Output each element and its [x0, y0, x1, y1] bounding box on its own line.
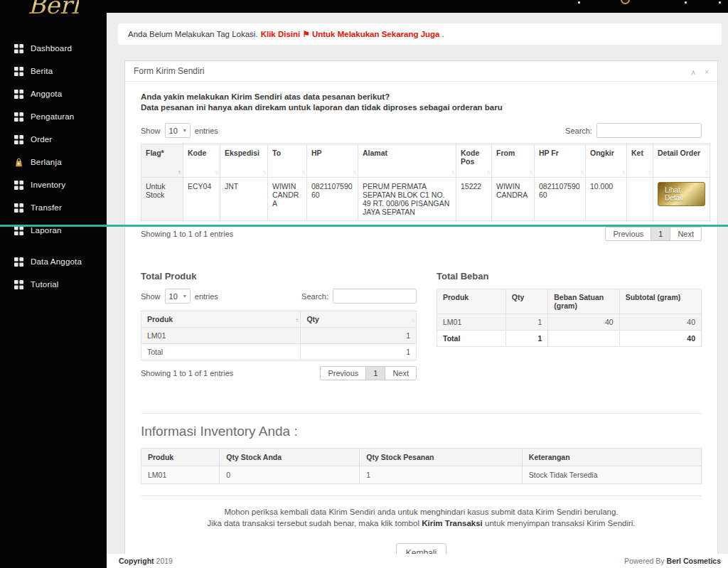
chevron-down-icon: ▾: [183, 293, 186, 299]
cell-from: WIWIN CANDRA: [492, 178, 535, 221]
panel-header: Form Kirim Sendiri ∧ ×: [125, 61, 717, 82]
sidebar-item-inventory[interactable]: Inventory: [0, 173, 107, 196]
col-kode-pos[interactable]: Kode Pos↑↓: [456, 144, 492, 178]
page-length-select[interactable]: 10 ▾: [165, 289, 191, 304]
table-header-row: Produk Qty Stock Anda Qty Stock Pesanan …: [141, 449, 702, 466]
grid-icon: [14, 203, 23, 213]
sort-icon: ↑↓: [353, 169, 355, 176]
sort-asc-icon: ↑↓: [178, 169, 181, 176]
col-produk[interactable]: Produk↑↓: [141, 311, 301, 328]
lihat-detail-button[interactable]: Lihat Detail: [658, 182, 705, 206]
table-footer: Showing 1 to 1 of 1 entries Previous 1 N…: [141, 366, 417, 380]
sort-icon: ↑↓: [580, 169, 583, 176]
total-produk-title: Total Produk: [141, 271, 417, 282]
note-line-1: Mohon periksa kembali data Kirim Sendiri…: [224, 508, 618, 516]
topbar-partial-icon: [685, 1, 687, 4]
progress-line: [0, 225, 728, 227]
col-qty: Qty: [505, 289, 548, 314]
col-kode[interactable]: Kode↑↓: [183, 144, 220, 178]
cell-ekspedisi: JNT: [220, 178, 268, 221]
page-1-button[interactable]: 1: [366, 366, 385, 380]
next-button[interactable]: Next: [385, 366, 417, 380]
sidebar-item-label: Inventory: [31, 181, 65, 189]
previous-button[interactable]: Previous: [605, 227, 651, 241]
confirm-line-1: Anda yakin melakukan Kirim Sendiri atas …: [141, 92, 702, 102]
sidebar-item-data-anggota[interactable]: Data Anggota: [0, 250, 107, 273]
cell-flag: Untuk Stock: [141, 178, 183, 221]
sidebar-nav: Dashboard Berita Anggota Pengaturan Orde…: [0, 37, 107, 296]
sort-icon: ↑↓: [486, 169, 489, 176]
grid-icon: [14, 280, 23, 289]
close-icon[interactable]: ×: [705, 68, 709, 76]
table-row: LM01 1 40 40: [437, 314, 702, 331]
confirm-line-2: Data pesanan ini hanya akan direkam untu…: [141, 102, 702, 113]
col-ongkir[interactable]: Ongkir↑↓: [586, 144, 627, 178]
panel-body: Anda yakin melakukan Kirim Sendiri atas …: [125, 82, 717, 563]
col-flag[interactable]: Flag*↑↓: [141, 144, 183, 178]
page-length-select[interactable]: 10 ▾: [165, 123, 191, 138]
col-qty[interactable]: Qty↑↓: [301, 311, 417, 328]
col-from[interactable]: From↑↓: [492, 144, 535, 178]
page-length-value: 10: [169, 292, 178, 301]
sidebar-item-berlanja[interactable]: Berlanja: [0, 151, 107, 173]
previous-button[interactable]: Previous: [320, 366, 366, 380]
topbar-gold-icon[interactable]: [621, 0, 630, 4]
cell-to: WIWIN CANDRA: [268, 178, 307, 221]
sidebar-item-dashboard[interactable]: Dashboard: [0, 37, 107, 60]
sidebar-item-pengaturan[interactable]: Pengaturan: [0, 105, 107, 128]
cell-produk: LM01: [141, 466, 220, 484]
table-row: Untuk Stock ECY04 JNT WIWIN CANDRA 08211…: [141, 178, 710, 221]
note-line-2-post: untuk menyimpan transaksi Kirim Sendiri.: [483, 519, 636, 527]
sort-asc-icon: ↑↓: [295, 317, 298, 323]
sidebar-item-label: Berlanja: [31, 158, 62, 166]
col-subtotal: Subtotal (gram): [619, 289, 701, 314]
col-hp[interactable]: HP↑↓: [307, 144, 358, 178]
brand-logo: Berl: [0, 0, 107, 18]
total-produk-table: Produk↑↓ Qty↑↓ LM01 1 Total 1: [141, 311, 417, 360]
table-header-row: Flag*↑↓ Kode↑↓ Ekspedisi↑↓ To↑↓ HP↑↓ Ala…: [141, 144, 710, 178]
col-ket[interactable]: Ket↑↓: [627, 144, 653, 178]
search-input[interactable]: [596, 123, 702, 138]
col-detail-order[interactable]: Detail Order↑↓: [653, 144, 710, 178]
table-row-total: Total 1: [141, 344, 417, 360]
sidebar-item-anggota[interactable]: Anggota: [0, 82, 107, 105]
sort-icon: ↑↓: [301, 169, 304, 176]
brand-name: Berl Cosmetics: [667, 557, 721, 565]
sidebar-item-berita[interactable]: Berita: [0, 60, 107, 82]
sidebar-item-order[interactable]: Order: [0, 128, 107, 151]
footer: Copyright2019 Powered ByBerl Cosmetics: [107, 554, 728, 568]
total-produk-controls: Show 10 ▾ entries Search:: [141, 289, 417, 304]
sidebar-item-tutorial[interactable]: Tutorial: [0, 273, 107, 296]
main-content: Anda Belum Melakukan Tag Lokasi.Klik Dis…: [107, 13, 728, 568]
col-alamat[interactable]: Alamat↑↓: [358, 144, 456, 178]
col-hp-fr[interactable]: HP Fr↑↓: [535, 144, 586, 178]
entries-label: entries: [195, 292, 218, 301]
sidebar-item-transfer[interactable]: Transfer: [0, 196, 107, 219]
next-button[interactable]: Next: [670, 227, 702, 241]
inventory-title: Informasi Inventory Anda :: [141, 424, 702, 439]
sidebar-item-laporan[interactable]: Laporan: [0, 219, 107, 242]
grid-icon: [14, 257, 23, 267]
alert-link[interactable]: Klik Disini ⚑ Untuk Melakukan Sekarang J…: [261, 30, 440, 38]
brand-logo-text: Berl: [28, 0, 79, 17]
topbar: [107, 0, 728, 13]
col-to[interactable]: To↑↓: [268, 144, 307, 178]
alert-text: Anda Belum Melakukan Tag Lokasi.: [128, 30, 258, 38]
pagination: Previous 1 Next: [605, 227, 702, 241]
page-1-button[interactable]: 1: [651, 227, 670, 241]
grid-icon: [14, 44, 23, 53]
show-entries: Show 10 ▾ entries: [141, 123, 218, 138]
note-text: Mohon periksa kembali data Kirim Sendiri…: [141, 506, 702, 529]
cell-beban-satuan: 40: [548, 314, 619, 331]
cell-qty: 1: [505, 314, 548, 331]
grid-icon: [14, 112, 23, 122]
sort-icon: ↑↓: [648, 169, 651, 176]
sidebar-item-label: Pengaturan: [31, 112, 74, 121]
sidebar-item-label: Dashboard: [31, 44, 72, 53]
collapse-icon[interactable]: ∧: [690, 68, 695, 76]
sort-icon: ↑↓: [529, 169, 532, 176]
cell-detail-order: Lihat Detail: [653, 178, 710, 221]
search-input[interactable]: [333, 289, 417, 304]
col-ekspedisi[interactable]: Ekspedisi↑↓: [220, 144, 268, 178]
sort-icon: ↑↓: [215, 169, 218, 176]
